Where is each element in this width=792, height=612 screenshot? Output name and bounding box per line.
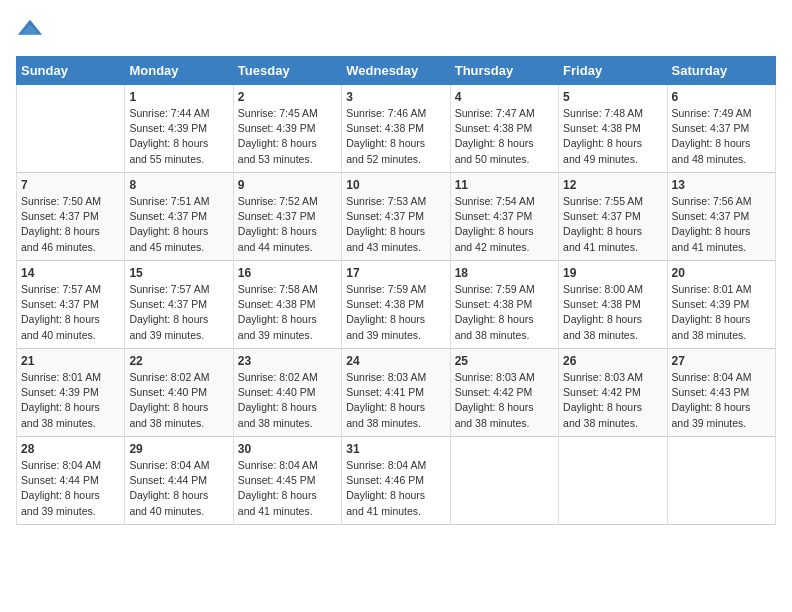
calendar-cell: 22Sunrise: 8:02 AM Sunset: 4:40 PM Dayli… bbox=[125, 349, 233, 437]
week-row-4: 21Sunrise: 8:01 AM Sunset: 4:39 PM Dayli… bbox=[17, 349, 776, 437]
calendar-cell: 25Sunrise: 8:03 AM Sunset: 4:42 PM Dayli… bbox=[450, 349, 558, 437]
day-number: 18 bbox=[455, 266, 554, 280]
calendar-cell: 7Sunrise: 7:50 AM Sunset: 4:37 PM Daylig… bbox=[17, 173, 125, 261]
day-info: Sunrise: 8:04 AM Sunset: 4:46 PM Dayligh… bbox=[346, 458, 445, 519]
day-number: 14 bbox=[21, 266, 120, 280]
day-info: Sunrise: 7:52 AM Sunset: 4:37 PM Dayligh… bbox=[238, 194, 337, 255]
week-row-3: 14Sunrise: 7:57 AM Sunset: 4:37 PM Dayli… bbox=[17, 261, 776, 349]
calendar-cell: 2Sunrise: 7:45 AM Sunset: 4:39 PM Daylig… bbox=[233, 85, 341, 173]
day-number: 24 bbox=[346, 354, 445, 368]
calendar-cell: 3Sunrise: 7:46 AM Sunset: 4:38 PM Daylig… bbox=[342, 85, 450, 173]
calendar-cell: 1Sunrise: 7:44 AM Sunset: 4:39 PM Daylig… bbox=[125, 85, 233, 173]
day-number: 26 bbox=[563, 354, 662, 368]
calendar-cell: 10Sunrise: 7:53 AM Sunset: 4:37 PM Dayli… bbox=[342, 173, 450, 261]
calendar-cell: 9Sunrise: 7:52 AM Sunset: 4:37 PM Daylig… bbox=[233, 173, 341, 261]
day-info: Sunrise: 7:57 AM Sunset: 4:37 PM Dayligh… bbox=[21, 282, 120, 343]
day-info: Sunrise: 8:02 AM Sunset: 4:40 PM Dayligh… bbox=[129, 370, 228, 431]
day-number: 4 bbox=[455, 90, 554, 104]
day-info: Sunrise: 7:44 AM Sunset: 4:39 PM Dayligh… bbox=[129, 106, 228, 167]
day-number: 7 bbox=[21, 178, 120, 192]
day-number: 27 bbox=[672, 354, 771, 368]
day-info: Sunrise: 8:02 AM Sunset: 4:40 PM Dayligh… bbox=[238, 370, 337, 431]
day-number: 17 bbox=[346, 266, 445, 280]
header-day-tuesday: Tuesday bbox=[233, 57, 341, 85]
day-info: Sunrise: 7:55 AM Sunset: 4:37 PM Dayligh… bbox=[563, 194, 662, 255]
day-number: 5 bbox=[563, 90, 662, 104]
day-info: Sunrise: 7:54 AM Sunset: 4:37 PM Dayligh… bbox=[455, 194, 554, 255]
day-number: 3 bbox=[346, 90, 445, 104]
calendar-cell: 15Sunrise: 7:57 AM Sunset: 4:37 PM Dayli… bbox=[125, 261, 233, 349]
calendar-cell: 24Sunrise: 8:03 AM Sunset: 4:41 PM Dayli… bbox=[342, 349, 450, 437]
page-header bbox=[16, 16, 776, 44]
day-number: 20 bbox=[672, 266, 771, 280]
calendar-cell bbox=[667, 437, 775, 525]
calendar-cell bbox=[450, 437, 558, 525]
day-number: 9 bbox=[238, 178, 337, 192]
day-number: 19 bbox=[563, 266, 662, 280]
calendar-cell: 26Sunrise: 8:03 AM Sunset: 4:42 PM Dayli… bbox=[559, 349, 667, 437]
header-day-sunday: Sunday bbox=[17, 57, 125, 85]
calendar-cell: 13Sunrise: 7:56 AM Sunset: 4:37 PM Dayli… bbox=[667, 173, 775, 261]
day-info: Sunrise: 7:57 AM Sunset: 4:37 PM Dayligh… bbox=[129, 282, 228, 343]
day-info: Sunrise: 7:46 AM Sunset: 4:38 PM Dayligh… bbox=[346, 106, 445, 167]
day-number: 21 bbox=[21, 354, 120, 368]
calendar-cell: 5Sunrise: 7:48 AM Sunset: 4:38 PM Daylig… bbox=[559, 85, 667, 173]
day-info: Sunrise: 7:56 AM Sunset: 4:37 PM Dayligh… bbox=[672, 194, 771, 255]
header-day-thursday: Thursday bbox=[450, 57, 558, 85]
day-info: Sunrise: 8:04 AM Sunset: 4:44 PM Dayligh… bbox=[21, 458, 120, 519]
calendar-cell: 17Sunrise: 7:59 AM Sunset: 4:38 PM Dayli… bbox=[342, 261, 450, 349]
day-info: Sunrise: 7:51 AM Sunset: 4:37 PM Dayligh… bbox=[129, 194, 228, 255]
calendar-header: SundayMondayTuesdayWednesdayThursdayFrid… bbox=[17, 57, 776, 85]
day-info: Sunrise: 8:04 AM Sunset: 4:45 PM Dayligh… bbox=[238, 458, 337, 519]
day-number: 10 bbox=[346, 178, 445, 192]
day-number: 28 bbox=[21, 442, 120, 456]
day-number: 11 bbox=[455, 178, 554, 192]
day-info: Sunrise: 8:01 AM Sunset: 4:39 PM Dayligh… bbox=[21, 370, 120, 431]
calendar-cell: 18Sunrise: 7:59 AM Sunset: 4:38 PM Dayli… bbox=[450, 261, 558, 349]
calendar-cell: 29Sunrise: 8:04 AM Sunset: 4:44 PM Dayli… bbox=[125, 437, 233, 525]
calendar-cell: 27Sunrise: 8:04 AM Sunset: 4:43 PM Dayli… bbox=[667, 349, 775, 437]
calendar-table: SundayMondayTuesdayWednesdayThursdayFrid… bbox=[16, 56, 776, 525]
day-number: 8 bbox=[129, 178, 228, 192]
calendar-cell: 19Sunrise: 8:00 AM Sunset: 4:38 PM Dayli… bbox=[559, 261, 667, 349]
day-info: Sunrise: 8:03 AM Sunset: 4:41 PM Dayligh… bbox=[346, 370, 445, 431]
day-number: 6 bbox=[672, 90, 771, 104]
header-day-wednesday: Wednesday bbox=[342, 57, 450, 85]
day-info: Sunrise: 8:03 AM Sunset: 4:42 PM Dayligh… bbox=[455, 370, 554, 431]
calendar-cell: 28Sunrise: 8:04 AM Sunset: 4:44 PM Dayli… bbox=[17, 437, 125, 525]
week-row-5: 28Sunrise: 8:04 AM Sunset: 4:44 PM Dayli… bbox=[17, 437, 776, 525]
day-info: Sunrise: 8:01 AM Sunset: 4:39 PM Dayligh… bbox=[672, 282, 771, 343]
calendar-body: 1Sunrise: 7:44 AM Sunset: 4:39 PM Daylig… bbox=[17, 85, 776, 525]
calendar-cell: 11Sunrise: 7:54 AM Sunset: 4:37 PM Dayli… bbox=[450, 173, 558, 261]
week-row-2: 7Sunrise: 7:50 AM Sunset: 4:37 PM Daylig… bbox=[17, 173, 776, 261]
day-number: 1 bbox=[129, 90, 228, 104]
calendar-cell: 16Sunrise: 7:58 AM Sunset: 4:38 PM Dayli… bbox=[233, 261, 341, 349]
day-info: Sunrise: 7:58 AM Sunset: 4:38 PM Dayligh… bbox=[238, 282, 337, 343]
day-info: Sunrise: 7:59 AM Sunset: 4:38 PM Dayligh… bbox=[455, 282, 554, 343]
calendar-cell: 20Sunrise: 8:01 AM Sunset: 4:39 PM Dayli… bbox=[667, 261, 775, 349]
day-number: 16 bbox=[238, 266, 337, 280]
calendar-cell bbox=[559, 437, 667, 525]
calendar-cell: 12Sunrise: 7:55 AM Sunset: 4:37 PM Dayli… bbox=[559, 173, 667, 261]
day-info: Sunrise: 7:59 AM Sunset: 4:38 PM Dayligh… bbox=[346, 282, 445, 343]
day-info: Sunrise: 8:03 AM Sunset: 4:42 PM Dayligh… bbox=[563, 370, 662, 431]
header-day-saturday: Saturday bbox=[667, 57, 775, 85]
day-number: 30 bbox=[238, 442, 337, 456]
day-number: 29 bbox=[129, 442, 228, 456]
calendar-cell: 23Sunrise: 8:02 AM Sunset: 4:40 PM Dayli… bbox=[233, 349, 341, 437]
calendar-cell: 30Sunrise: 8:04 AM Sunset: 4:45 PM Dayli… bbox=[233, 437, 341, 525]
day-info: Sunrise: 7:45 AM Sunset: 4:39 PM Dayligh… bbox=[238, 106, 337, 167]
calendar-cell: 4Sunrise: 7:47 AM Sunset: 4:38 PM Daylig… bbox=[450, 85, 558, 173]
day-info: Sunrise: 7:53 AM Sunset: 4:37 PM Dayligh… bbox=[346, 194, 445, 255]
calendar-cell: 21Sunrise: 8:01 AM Sunset: 4:39 PM Dayli… bbox=[17, 349, 125, 437]
calendar-cell: 6Sunrise: 7:49 AM Sunset: 4:37 PM Daylig… bbox=[667, 85, 775, 173]
day-number: 13 bbox=[672, 178, 771, 192]
day-info: Sunrise: 8:04 AM Sunset: 4:44 PM Dayligh… bbox=[129, 458, 228, 519]
day-number: 12 bbox=[563, 178, 662, 192]
day-info: Sunrise: 8:00 AM Sunset: 4:38 PM Dayligh… bbox=[563, 282, 662, 343]
header-day-friday: Friday bbox=[559, 57, 667, 85]
day-info: Sunrise: 8:04 AM Sunset: 4:43 PM Dayligh… bbox=[672, 370, 771, 431]
day-info: Sunrise: 7:50 AM Sunset: 4:37 PM Dayligh… bbox=[21, 194, 120, 255]
calendar-cell: 14Sunrise: 7:57 AM Sunset: 4:37 PM Dayli… bbox=[17, 261, 125, 349]
day-info: Sunrise: 7:49 AM Sunset: 4:37 PM Dayligh… bbox=[672, 106, 771, 167]
